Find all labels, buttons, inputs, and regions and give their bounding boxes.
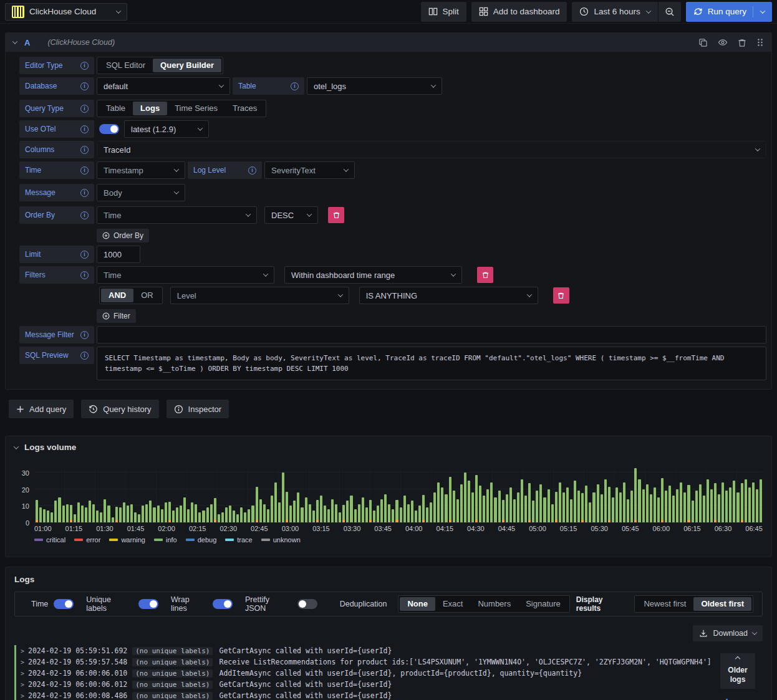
volume-bar[interactable]	[183, 497, 186, 522]
legend-item-critical[interactable]: critical	[34, 536, 65, 544]
add-to-dashboard-button[interactable]: Add to dashboard	[471, 2, 567, 22]
volume-bar[interactable]	[760, 479, 762, 522]
order-by-direction-select[interactable]: DESC	[264, 206, 318, 224]
volume-bar[interactable]	[672, 496, 675, 522]
time-range-picker[interactable]: Last 6 hours	[572, 2, 657, 22]
volume-bar[interactable]	[51, 512, 53, 522]
volume-bar[interactable]	[115, 507, 118, 522]
volume-bar[interactable]	[699, 484, 702, 522]
volume-bar[interactable]	[218, 514, 220, 522]
volume-bar[interactable]	[119, 507, 122, 522]
remove-query-trash-icon[interactable]	[738, 38, 746, 47]
volume-bar[interactable]	[85, 507, 87, 522]
volume-bar[interactable]	[297, 492, 299, 522]
volume-bar[interactable]	[176, 507, 178, 522]
volume-bar[interactable]	[483, 496, 485, 522]
volume-bar[interactable]	[214, 498, 216, 522]
volume-bar[interactable]	[604, 479, 607, 522]
volume-bar[interactable]	[570, 499, 572, 522]
volume-bar[interactable]	[479, 486, 481, 522]
volume-bar[interactable]	[449, 477, 451, 522]
volume-bar[interactable]	[475, 475, 478, 522]
volume-bar[interactable]	[551, 504, 554, 522]
volume-bar[interactable]	[468, 481, 470, 522]
logs-volume-header[interactable]: Logs volume	[14, 443, 763, 452]
option-or[interactable]: OR	[133, 289, 161, 302]
volume-bar[interactable]	[722, 482, 724, 522]
volume-bar[interactable]	[339, 512, 341, 522]
volume-bar[interactable]	[638, 479, 640, 522]
volume-bar[interactable]	[536, 491, 538, 522]
option-newest-first[interactable]: Newest first	[636, 597, 693, 611]
columns-multiselect[interactable]: TraceId	[97, 141, 766, 158]
volume-bar[interactable]	[680, 482, 682, 522]
volume-bar[interactable]	[142, 506, 144, 522]
volume-bar[interactable]	[172, 511, 175, 522]
log-row[interactable]: >2024-02-19 06:00:06.010(no unique label…	[14, 668, 763, 679]
remove-filter-button[interactable]	[477, 267, 493, 283]
volume-bar[interactable]	[574, 481, 576, 522]
expand-chevron-icon[interactable]: >	[21, 659, 28, 666]
inspector-button[interactable]: Inspector	[166, 400, 229, 418]
info-icon[interactable]: i	[80, 125, 89, 133]
column-tag[interactable]: TraceId	[104, 145, 131, 155]
info-icon[interactable]: i	[80, 331, 89, 339]
legend-item-unknown[interactable]: unknown	[261, 536, 301, 544]
remove-condition-button[interactable]	[553, 287, 569, 304]
legend-item-info[interactable]: info	[154, 536, 177, 544]
volume-bar[interactable]	[39, 507, 42, 522]
info-icon[interactable]: i	[80, 251, 89, 259]
log-row[interactable]: >2024-02-19 06:00:08.486(no unique label…	[14, 690, 763, 700]
volume-bar[interactable]	[271, 496, 273, 522]
info-icon[interactable]: i	[80, 82, 89, 90]
legend-item-trace[interactable]: trace	[225, 536, 252, 544]
option-table[interactable]: Table	[99, 102, 133, 115]
option-and[interactable]: AND	[101, 289, 133, 302]
volume-bar[interactable]	[601, 494, 603, 522]
volume-bar[interactable]	[532, 501, 534, 522]
option-query-builder[interactable]: Query Builder	[153, 59, 221, 72]
volume-bar[interactable]	[471, 492, 474, 522]
message-filter-input[interactable]	[97, 326, 766, 343]
volume-bar[interactable]	[259, 499, 262, 522]
collapse-chevron-icon[interactable]	[14, 444, 19, 449]
volume-bar[interactable]	[430, 502, 432, 522]
volume-bar[interactable]	[506, 494, 508, 522]
volume-bar[interactable]	[509, 487, 512, 522]
add-order-by-button[interactable]: Order By	[97, 229, 149, 242]
volume-bar[interactable]	[342, 505, 345, 522]
volume-bar[interactable]	[320, 496, 322, 522]
volume-bar[interactable]	[301, 507, 303, 522]
volume-bar[interactable]	[524, 496, 527, 522]
volume-bar[interactable]	[745, 479, 747, 522]
datasource-picker[interactable]: ClickHouse Cloud	[5, 3, 127, 21]
info-icon[interactable]: i	[80, 211, 89, 219]
message-column-select[interactable]: Body	[97, 184, 185, 201]
volume-bar[interactable]	[286, 492, 288, 522]
collapse-chevron-icon[interactable]	[12, 39, 17, 44]
volume-bar[interactable]	[403, 496, 406, 522]
volume-bar[interactable]	[392, 509, 394, 522]
volume-bar[interactable]	[756, 489, 758, 522]
expand-chevron-icon[interactable]: >	[21, 693, 28, 699]
info-icon[interactable]: i	[80, 271, 89, 279]
volume-bar[interactable]	[36, 500, 38, 522]
drag-handle-icon[interactable]	[756, 38, 764, 47]
time-column-select[interactable]: Timestamp	[97, 161, 185, 179]
volume-bar[interactable]	[81, 506, 84, 522]
volume-bar[interactable]	[100, 512, 102, 522]
volume-bar[interactable]	[577, 491, 580, 522]
volume-bar[interactable]	[58, 497, 60, 522]
volume-bar[interactable]	[490, 482, 493, 522]
zoom-out-button[interactable]	[659, 2, 681, 22]
volume-bar[interactable]	[66, 504, 69, 522]
volume-bar[interactable]	[589, 502, 591, 522]
info-icon[interactable]: i	[80, 146, 89, 154]
volume-bar[interactable]	[369, 500, 372, 522]
volume-bar[interactable]	[47, 511, 49, 522]
volume-bar[interactable]	[654, 487, 656, 522]
volume-bar[interactable]	[233, 511, 235, 522]
log-row[interactable]: >2024-02-19 05:59:51.692(no unique label…	[14, 645, 763, 656]
volume-bar[interactable]	[642, 489, 645, 522]
duplicate-query-icon[interactable]	[698, 38, 708, 47]
